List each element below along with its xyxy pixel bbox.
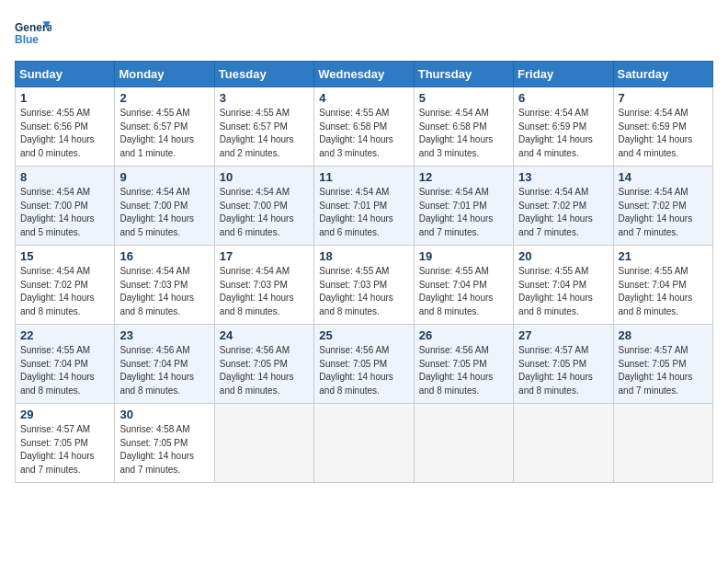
calendar-week-3: 15Sunrise: 4:54 AM Sunset: 7:02 PM Dayli… xyxy=(16,246,713,325)
day-number: 11 xyxy=(319,170,408,184)
calendar-cell: 9Sunrise: 4:54 AM Sunset: 7:00 PM Daylig… xyxy=(115,167,214,246)
day-number: 29 xyxy=(20,408,109,421)
calendar-week-4: 22Sunrise: 4:55 AM Sunset: 7:04 PM Dayli… xyxy=(16,325,713,404)
calendar-cell: 6Sunrise: 4:54 AM Sunset: 6:59 PM Daylig… xyxy=(514,87,613,167)
day-info: Sunrise: 4:54 AM Sunset: 7:03 PM Dayligh… xyxy=(220,265,309,318)
calendar-header: SundayMondayTuesdayWednesdayThursdayFrid… xyxy=(16,62,713,87)
header-monday: Monday xyxy=(115,62,214,87)
day-number: 1 xyxy=(20,91,109,105)
header-friday: Friday xyxy=(514,62,613,87)
day-info: Sunrise: 4:54 AM Sunset: 7:00 PM Dayligh… xyxy=(119,186,209,239)
header-tuesday: Tuesday xyxy=(214,62,313,87)
calendar-cell: 14Sunrise: 4:54 AM Sunset: 7:02 PM Dayli… xyxy=(613,167,712,246)
day-info: Sunrise: 4:55 AM Sunset: 7:04 PM Dayligh… xyxy=(518,265,608,318)
day-number: 10 xyxy=(220,170,309,184)
day-number: 28 xyxy=(619,328,708,342)
day-info: Sunrise: 4:54 AM Sunset: 7:01 PM Dayligh… xyxy=(419,186,508,239)
calendar-cell: 19Sunrise: 4:55 AM Sunset: 7:04 PM Dayli… xyxy=(414,246,513,325)
calendar-cell: 22Sunrise: 4:55 AM Sunset: 7:04 PM Dayli… xyxy=(16,325,115,404)
day-number: 16 xyxy=(119,249,209,263)
calendar-cell: 25Sunrise: 4:56 AM Sunset: 7:05 PM Dayli… xyxy=(314,325,414,404)
logo-svg: GeneralBlue xyxy=(15,15,51,52)
calendar-cell xyxy=(314,404,414,483)
day-number: 13 xyxy=(518,170,608,184)
day-number: 9 xyxy=(119,170,209,184)
day-info: Sunrise: 4:57 AM Sunset: 7:05 PM Dayligh… xyxy=(619,344,708,397)
day-info: Sunrise: 4:56 AM Sunset: 7:05 PM Dayligh… xyxy=(419,344,508,397)
calendar-cell: 2Sunrise: 4:55 AM Sunset: 6:57 PM Daylig… xyxy=(115,87,214,167)
calendar-cell: 27Sunrise: 4:57 AM Sunset: 7:05 PM Dayli… xyxy=(514,325,613,404)
svg-text:Blue: Blue xyxy=(15,33,39,46)
calendar-cell: 17Sunrise: 4:54 AM Sunset: 7:03 PM Dayli… xyxy=(214,246,313,325)
day-info: Sunrise: 4:54 AM Sunset: 7:02 PM Dayligh… xyxy=(619,186,708,239)
calendar-cell xyxy=(414,404,513,483)
calendar-cell: 30Sunrise: 4:58 AM Sunset: 7:05 PM Dayli… xyxy=(115,404,214,483)
day-info: Sunrise: 4:56 AM Sunset: 7:05 PM Dayligh… xyxy=(220,344,309,397)
day-info: Sunrise: 4:56 AM Sunset: 7:04 PM Dayligh… xyxy=(119,344,209,397)
day-info: Sunrise: 4:55 AM Sunset: 7:03 PM Dayligh… xyxy=(319,265,408,318)
calendar-cell: 24Sunrise: 4:56 AM Sunset: 7:05 PM Dayli… xyxy=(214,325,313,404)
calendar-cell: 26Sunrise: 4:56 AM Sunset: 7:05 PM Dayli… xyxy=(414,325,513,404)
calendar-cell: 20Sunrise: 4:55 AM Sunset: 7:04 PM Dayli… xyxy=(514,246,613,325)
calendar-cell: 8Sunrise: 4:54 AM Sunset: 7:00 PM Daylig… xyxy=(16,167,115,246)
calendar-cell: 10Sunrise: 4:54 AM Sunset: 7:00 PM Dayli… xyxy=(214,167,313,246)
calendar-cell: 4Sunrise: 4:55 AM Sunset: 6:58 PM Daylig… xyxy=(314,87,414,167)
day-number: 2 xyxy=(119,91,209,105)
calendar-table: SundayMondayTuesdayWednesdayThursdayFrid… xyxy=(15,61,713,483)
day-info: Sunrise: 4:54 AM Sunset: 7:00 PM Dayligh… xyxy=(220,186,309,239)
day-number: 24 xyxy=(220,328,309,342)
day-info: Sunrise: 4:55 AM Sunset: 6:58 PM Dayligh… xyxy=(319,107,408,160)
day-info: Sunrise: 4:54 AM Sunset: 7:02 PM Dayligh… xyxy=(20,265,109,318)
day-number: 27 xyxy=(518,328,608,342)
day-info: Sunrise: 4:57 AM Sunset: 7:05 PM Dayligh… xyxy=(518,344,608,397)
day-number: 14 xyxy=(619,170,708,184)
calendar-cell: 23Sunrise: 4:56 AM Sunset: 7:04 PM Dayli… xyxy=(115,325,214,404)
page-header: GeneralBlue xyxy=(15,15,713,52)
calendar-cell: 28Sunrise: 4:57 AM Sunset: 7:05 PM Dayli… xyxy=(613,325,712,404)
day-number: 21 xyxy=(619,249,708,263)
day-info: Sunrise: 4:55 AM Sunset: 6:56 PM Dayligh… xyxy=(20,107,109,160)
day-info: Sunrise: 4:54 AM Sunset: 7:03 PM Dayligh… xyxy=(119,265,209,318)
day-info: Sunrise: 4:55 AM Sunset: 7:04 PM Dayligh… xyxy=(619,265,708,318)
day-info: Sunrise: 4:54 AM Sunset: 6:59 PM Dayligh… xyxy=(619,107,708,160)
day-number: 25 xyxy=(319,328,408,342)
calendar-week-2: 8Sunrise: 4:54 AM Sunset: 7:00 PM Daylig… xyxy=(16,167,713,246)
calendar-cell: 11Sunrise: 4:54 AM Sunset: 7:01 PM Dayli… xyxy=(314,167,414,246)
calendar-week-5: 29Sunrise: 4:57 AM Sunset: 7:05 PM Dayli… xyxy=(16,404,713,483)
day-number: 30 xyxy=(119,408,209,421)
header-wednesday: Wednesday xyxy=(314,62,414,87)
calendar-cell: 7Sunrise: 4:54 AM Sunset: 6:59 PM Daylig… xyxy=(613,87,712,167)
day-info: Sunrise: 4:56 AM Sunset: 7:05 PM Dayligh… xyxy=(319,344,408,397)
day-info: Sunrise: 4:54 AM Sunset: 7:01 PM Dayligh… xyxy=(319,186,408,239)
calendar-cell xyxy=(613,404,712,483)
day-number: 18 xyxy=(319,249,408,263)
calendar-cell: 13Sunrise: 4:54 AM Sunset: 7:02 PM Dayli… xyxy=(514,167,613,246)
header-thursday: Thursday xyxy=(414,62,513,87)
calendar-body: 1Sunrise: 4:55 AM Sunset: 6:56 PM Daylig… xyxy=(16,87,713,483)
day-number: 15 xyxy=(20,249,109,263)
day-number: 17 xyxy=(220,249,309,263)
calendar-cell: 21Sunrise: 4:55 AM Sunset: 7:04 PM Dayli… xyxy=(613,246,712,325)
calendar-cell: 15Sunrise: 4:54 AM Sunset: 7:02 PM Dayli… xyxy=(16,246,115,325)
day-number: 23 xyxy=(119,328,209,342)
logo: GeneralBlue xyxy=(15,15,51,52)
calendar-cell: 3Sunrise: 4:55 AM Sunset: 6:57 PM Daylig… xyxy=(214,87,313,167)
calendar-cell: 16Sunrise: 4:54 AM Sunset: 7:03 PM Dayli… xyxy=(115,246,214,325)
header-saturday: Saturday xyxy=(613,62,712,87)
day-number: 22 xyxy=(20,328,109,342)
calendar-cell: 18Sunrise: 4:55 AM Sunset: 7:03 PM Dayli… xyxy=(314,246,414,325)
day-info: Sunrise: 4:57 AM Sunset: 7:05 PM Dayligh… xyxy=(20,423,109,477)
day-info: Sunrise: 4:55 AM Sunset: 6:57 PM Dayligh… xyxy=(119,107,209,160)
day-number: 6 xyxy=(518,91,608,105)
day-number: 7 xyxy=(619,91,708,105)
calendar-cell: 1Sunrise: 4:55 AM Sunset: 6:56 PM Daylig… xyxy=(16,87,115,167)
day-info: Sunrise: 4:58 AM Sunset: 7:05 PM Dayligh… xyxy=(119,423,209,477)
day-info: Sunrise: 4:54 AM Sunset: 6:59 PM Dayligh… xyxy=(518,107,608,160)
day-info: Sunrise: 4:55 AM Sunset: 7:04 PM Dayligh… xyxy=(20,344,109,397)
day-number: 3 xyxy=(220,91,309,105)
day-number: 19 xyxy=(419,249,508,263)
day-info: Sunrise: 4:54 AM Sunset: 6:58 PM Dayligh… xyxy=(419,107,508,160)
calendar-cell: 29Sunrise: 4:57 AM Sunset: 7:05 PM Dayli… xyxy=(16,404,115,483)
day-info: Sunrise: 4:55 AM Sunset: 7:04 PM Dayligh… xyxy=(419,265,508,318)
calendar-week-1: 1Sunrise: 4:55 AM Sunset: 6:56 PM Daylig… xyxy=(16,87,713,167)
